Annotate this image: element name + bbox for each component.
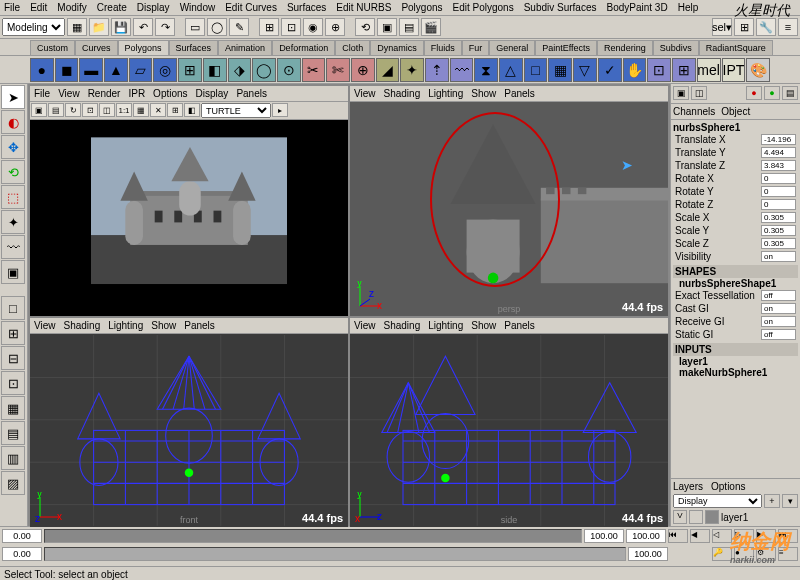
layout5-icon[interactable]: ▥ — [1, 446, 25, 470]
pv-shading[interactable]: Shading — [384, 88, 421, 99]
shelf-combine-icon[interactable]: ⊞ — [178, 58, 202, 82]
tab-object[interactable]: Object — [721, 106, 750, 117]
play-start-icon[interactable]: ⏮ — [668, 529, 688, 543]
pv-lighting[interactable]: Lighting — [428, 88, 463, 99]
tb-snap2-icon[interactable]: ⊡ — [281, 18, 301, 36]
sv-shading[interactable]: Shading — [384, 320, 421, 331]
shelf-tab-fur[interactable]: Fur — [462, 40, 490, 55]
rv-btn2-icon[interactable]: ▤ — [48, 103, 64, 117]
menu-editnurbs[interactable]: Edit NURBS — [336, 2, 391, 13]
menu-modify[interactable]: Modify — [57, 2, 86, 13]
shelf-extrude-icon[interactable]: ⬗ — [228, 58, 252, 82]
range-slider[interactable] — [44, 547, 626, 561]
rp-i4-icon[interactable]: ● — [764, 86, 780, 100]
attr-tz-val[interactable]: 3.843 — [761, 160, 796, 171]
shape-name[interactable]: nurbsSphereShape1 — [673, 278, 798, 289]
tb-redo-icon[interactable]: ↷ — [155, 18, 175, 36]
attr-sx-val[interactable]: 0.305 — [761, 212, 796, 223]
sv-view[interactable]: View — [354, 320, 376, 331]
fv-panels[interactable]: Panels — [184, 320, 215, 331]
attr-castgi-val[interactable]: on — [761, 303, 796, 314]
menu-help[interactable]: Help — [678, 2, 699, 13]
input-makenurbsphere[interactable]: makeNurbSphere1 — [673, 367, 798, 378]
rv-btn9-icon[interactable]: ◧ — [184, 103, 200, 117]
rotate-tool-icon[interactable]: ⟲ — [1, 160, 25, 184]
pv-show[interactable]: Show — [471, 88, 496, 99]
tb-sel-icon[interactable]: sel▾ — [712, 18, 732, 36]
shelf-sculpt-icon[interactable]: ✋ — [623, 58, 647, 82]
attr-vis-val[interactable]: on — [761, 251, 796, 262]
tb-paint-icon[interactable]: ✎ — [229, 18, 249, 36]
attr-recvgi-val[interactable]: on — [761, 316, 796, 327]
input-layer1[interactable]: layer1 — [673, 356, 798, 367]
shelf-torus-icon[interactable]: ◎ — [153, 58, 177, 82]
rv-panels[interactable]: Panels — [236, 88, 267, 99]
menu-editcurves[interactable]: Edit Curves — [225, 2, 277, 13]
manipulator-tool-icon[interactable]: ✦ — [1, 210, 25, 234]
attr-rx-val[interactable]: 0 — [761, 173, 796, 184]
shelf-avgvert-icon[interactable]: ⊙ — [277, 58, 301, 82]
range-end-input[interactable] — [628, 547, 668, 561]
rv-btn4-icon[interactable]: ⊡ — [82, 103, 98, 117]
time-slider[interactable] — [44, 529, 582, 543]
shelf-cut-icon[interactable]: ✄ — [326, 58, 350, 82]
shelf-plane-icon[interactable]: ▱ — [129, 58, 153, 82]
move-tool-icon[interactable]: ✥ — [1, 135, 25, 159]
layer-vis-toggle[interactable]: V — [673, 510, 687, 524]
tab-channels[interactable]: Channels — [673, 106, 715, 117]
shelf-tab-painteffects[interactable]: PaintEffects — [535, 40, 597, 55]
shelf-tab-surfaces[interactable]: Surfaces — [169, 40, 219, 55]
shelf-tab-curves[interactable]: Curves — [75, 40, 118, 55]
tb-attr-icon[interactable]: ⊞ — [734, 18, 754, 36]
layout4-icon[interactable]: ▤ — [1, 421, 25, 445]
rv-btn10-icon[interactable]: ▸ — [272, 103, 288, 117]
shelf-tab-rendering[interactable]: Rendering — [597, 40, 653, 55]
renderer-select[interactable]: TURTLE — [201, 103, 271, 118]
menu-window[interactable]: Window — [180, 2, 216, 13]
tb-render-icon[interactable]: ▣ — [377, 18, 397, 36]
attr-ty-val[interactable]: 4.494 — [761, 147, 796, 158]
shelf-paint-icon[interactable]: 🎨 — [746, 58, 770, 82]
rp-i3-icon[interactable]: ● — [746, 86, 762, 100]
shelf-tab-dynamics[interactable]: Dynamics — [370, 40, 424, 55]
four-view-icon[interactable]: ⊞ — [1, 321, 25, 345]
lasso-tool-icon[interactable]: ◐ — [1, 110, 25, 134]
display-select[interactable]: Display — [673, 494, 762, 508]
shelf-cleanup-icon[interactable]: ✓ — [598, 58, 622, 82]
play-back-icon[interactable]: ◁ — [712, 529, 732, 543]
rv-file[interactable]: File — [34, 88, 50, 99]
tb-renderframe-icon[interactable]: 🎬 — [421, 18, 441, 36]
rv-render[interactable]: Render — [88, 88, 121, 99]
rv-btn5-icon[interactable]: ◫ — [99, 103, 115, 117]
shelf-mirror-icon[interactable]: ⧗ — [474, 58, 498, 82]
shelf-softedge-icon[interactable]: 〰 — [450, 58, 474, 82]
rv-ipr[interactable]: IPR — [128, 88, 145, 99]
tb-snap1-icon[interactable]: ⊞ — [259, 18, 279, 36]
layout6-icon[interactable]: ▨ — [1, 471, 25, 495]
sv-panels[interactable]: Panels — [504, 320, 535, 331]
attr-sy-val[interactable]: 0.305 — [761, 225, 796, 236]
menu-bodypaint[interactable]: BodyPaint 3D — [607, 2, 668, 13]
key-btn-icon[interactable]: 🔑 — [712, 547, 732, 561]
shelf-tab-subdivs[interactable]: Subdivs — [653, 40, 699, 55]
fv-lighting[interactable]: Lighting — [108, 320, 143, 331]
layout1-icon[interactable]: ⊟ — [1, 346, 25, 370]
rp-i1-icon[interactable]: ▣ — [673, 86, 689, 100]
menu-editpolygons[interactable]: Edit Polygons — [453, 2, 514, 13]
rv-btn6-icon[interactable]: ▦ — [133, 103, 149, 117]
layer-name[interactable]: layer1 — [721, 512, 748, 523]
shelf-sphere-icon[interactable]: ● — [30, 58, 54, 82]
shelf-tri-icon[interactable]: △ — [499, 58, 523, 82]
tb-history-icon[interactable]: ⟲ — [355, 18, 375, 36]
layer-new-icon[interactable]: + — [764, 494, 780, 508]
single-view-icon[interactable]: □ — [1, 296, 25, 320]
select-tool-icon[interactable]: ➤ — [1, 85, 25, 109]
rv-btn3-icon[interactable]: ↻ — [65, 103, 81, 117]
pv-view[interactable]: View — [354, 88, 376, 99]
time-start-input[interactable] — [2, 529, 42, 543]
rv-btn7-icon[interactable]: ✕ — [150, 103, 166, 117]
shelf-tab-fluids[interactable]: Fluids — [424, 40, 462, 55]
tb-open-icon[interactable]: 📁 — [89, 18, 109, 36]
layer-opt-icon[interactable]: ▾ — [782, 494, 798, 508]
menu-create[interactable]: Create — [97, 2, 127, 13]
